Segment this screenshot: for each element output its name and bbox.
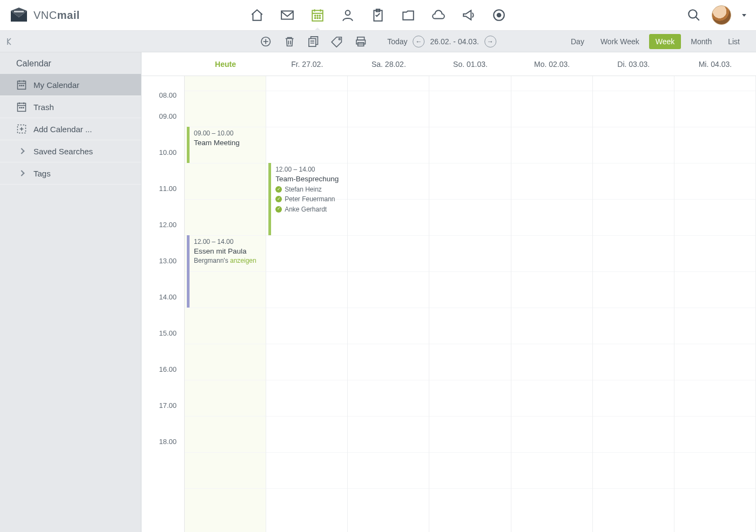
svg-point-27 [21,107,22,108]
time-label: 13.00 [141,255,184,291]
calendar-event[interactable]: 09.00 – 10.00Team Meeting [187,127,265,163]
day-column[interactable] [348,76,429,532]
day-header[interactable]: Heute [185,52,266,76]
svg-point-14 [688,10,697,18]
sidebar-item-trash[interactable]: Trash [0,96,141,118]
time-label: 11.00 [141,182,184,219]
time-gutter: 08.0009.0010.0011.0012.0013.0014.0015.00… [141,76,185,532]
view-list[interactable]: List [721,34,746,49]
sidebar: Calendar My CalendarTrashAdd Calendar ..… [0,52,141,532]
calendar-icon [16,101,27,112]
tasks-icon[interactable] [370,8,386,23]
toolbar-actions: Today ← 26.02. - 04.03. → [260,36,496,47]
time-label: 14.00 [141,291,184,327]
calendar-nav-icon[interactable] [310,8,325,23]
svg-point-22 [19,85,20,86]
sidebar-item-label: Saved Searches [33,147,93,156]
event-title: Team-Besprechung [275,174,343,184]
view-day[interactable]: Day [564,34,591,49]
day-column[interactable]: 09.00 – 10.00Team Meeting12.00 – 14.00Es… [185,76,266,532]
event-link[interactable]: anzeigen [230,257,256,264]
check-badge-icon: ✓ [275,196,282,202]
sidebar-collapse-icon[interactable] [0,37,15,46]
print-icon[interactable] [355,36,367,47]
home-icon[interactable] [249,8,265,23]
svg-point-5 [319,15,320,16]
duplicate-icon[interactable] [307,36,319,47]
time-label: 10.00 [141,146,184,182]
tag-icon[interactable] [331,36,343,47]
day-header[interactable]: Sa. 28.02. [348,52,429,76]
header-right [687,5,746,25]
day-header[interactable]: Di. 03.03. [593,52,674,76]
calendar-toolbar: Today ← 26.02. - 04.03. → Day Work Week … [0,31,756,52]
location-icon[interactable] [491,8,507,23]
chevron-right-icon [16,146,27,156]
add-event-icon[interactable] [260,36,272,47]
sidebar-title: Calendar [0,52,141,74]
time-label: 15.00 [141,327,184,363]
files-icon[interactable] [401,8,416,23]
contacts-icon[interactable] [340,8,355,23]
sidebar-item-saved-searches[interactable]: Saved Searches [0,140,141,162]
calendar-icon [16,79,27,90]
sidebar-item-my-calendar[interactable]: My Calendar [0,74,141,96]
event-title: Team Meeting [194,138,261,148]
svg-point-6 [315,18,316,19]
user-menu-caret-icon[interactable] [742,14,746,17]
day-column[interactable] [511,76,593,532]
day-column[interactable] [674,76,756,532]
next-week-icon[interactable]: → [484,36,496,47]
day-header[interactable]: Fr. 27.02. [266,52,348,76]
svg-point-3 [315,15,316,16]
calendar-event[interactable]: 12.00 – 14.00Team-Besprechung✓Stefan Hei… [268,163,346,235]
sidebar-item-tags[interactable]: Tags [0,162,141,185]
app-header: VNCmail [0,0,756,31]
mail-icon[interactable] [280,8,295,23]
view-switcher: Day Work Week Week Month List [564,34,756,49]
sidebar-item-label: Tags [33,169,51,178]
day-column[interactable] [429,76,511,532]
event-time: 12.00 – 14.00 [194,237,261,246]
view-week[interactable]: Week [649,34,681,49]
delete-icon[interactable] [284,36,295,47]
day-column[interactable] [593,76,674,532]
prev-week-icon[interactable]: ← [413,36,425,47]
sidebar-item-add-calendar-[interactable]: Add Calendar ... [0,118,141,140]
sidebar-item-label: Trash [33,103,54,112]
announce-icon[interactable] [461,8,476,23]
svg-point-17 [339,38,340,40]
check-badge-icon: ✓ [275,206,282,213]
day-header[interactable]: So. 01.03. [429,52,511,76]
event-attendee: ✓Stefan Heinz [275,185,343,194]
svg-rect-1 [281,11,293,19]
envelope-logo-icon [10,8,28,23]
event-time: 12.00 – 14.00 [275,165,343,174]
svg-point-23 [21,85,22,86]
svg-point-13 [497,13,501,17]
cloud-icon[interactable] [431,8,446,23]
view-month[interactable]: Month [684,34,718,49]
svg-point-7 [317,18,318,19]
event-subtitle: Bergmann's anzeigen [194,256,261,265]
chevron-right-icon [16,168,27,179]
user-avatar[interactable] [712,5,731,25]
day-header-row: HeuteFr. 27.02.Sa. 28.02.So. 01.03.Mo. 0… [141,52,756,76]
date-nav: Today ← 26.02. - 04.03. → [387,36,496,47]
day-column[interactable]: 12.00 – 14.00Team-Besprechung✓Stefan Hei… [266,76,348,532]
event-attendee: ✓Peter Feuermann [275,195,343,203]
day-header[interactable]: Mo. 02.03. [511,52,593,76]
event-attendee: ✓Anke Gerhardt [275,205,343,214]
search-icon[interactable] [687,8,701,22]
view-work-week[interactable]: Work Week [594,34,646,49]
day-header[interactable]: Mi. 04.03. [674,52,756,76]
svg-point-4 [317,15,318,16]
add-dashed-icon [16,124,27,134]
calendar-event[interactable]: 12.00 – 14.00Essen mit PaulaBergmann's a… [187,235,265,308]
sidebar-item-label: My Calendar [33,80,79,90]
gutter-spacer [141,52,185,76]
today-button[interactable]: Today [387,37,407,46]
date-range-label: 26.02. - 04.03. [430,37,479,46]
time-label: 16.00 [141,363,184,399]
main-nav [249,8,507,23]
